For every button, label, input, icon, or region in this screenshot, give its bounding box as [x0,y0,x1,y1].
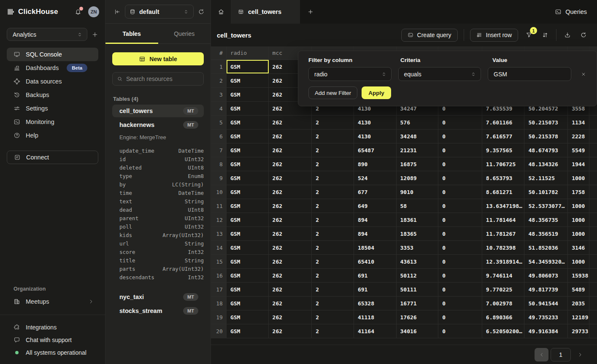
cell[interactable]: 0 [438,116,482,129]
cell[interactable]: GSM [227,324,269,338]
current-page[interactable]: 1 [551,348,571,361]
cell[interactable]: 11.781464 [482,213,525,226]
cell[interactable]: GSM [227,88,269,101]
cell[interactable]: radio [227,46,269,59]
refresh-database-button[interactable] [198,8,205,15]
cell[interactable] [589,116,597,129]
connect-button[interactable]: Connect [7,151,98,164]
cell[interactable]: 18361 [397,213,439,226]
cell[interactable]: GSM [227,297,269,310]
cell[interactable]: 52.5373077… [524,199,568,213]
cell[interactable]: 2 [312,171,354,185]
avatar[interactable]: ZN [88,6,99,17]
cell[interactable]: 2 [312,227,354,240]
cell[interactable]: 1000 [568,227,589,240]
cell[interactable]: GSM [227,241,269,254]
cell[interactable]: 50112 [397,269,439,282]
add-new-filter-button[interactable]: Add new Filter [308,86,357,99]
cell[interactable]: 3146 [568,241,589,254]
filter-criteria-select[interactable]: equals [398,67,481,81]
queries-button[interactable]: Queries [555,8,587,15]
next-page-button[interactable] [573,348,587,361]
cell[interactable]: 2228 [568,129,589,143]
cell[interactable]: GSM [227,171,269,185]
new-tab-button[interactable] [300,0,321,24]
cell[interactable]: 262 [269,143,312,157]
cell[interactable]: 65487 [354,143,397,157]
cell[interactable]: 2 [312,297,354,310]
sort-button[interactable] [540,30,550,40]
cell[interactable]: GSM [227,129,269,143]
filter-value-input[interactable] [488,67,571,81]
cell[interactable]: 1000 [568,255,589,268]
cell[interactable]: 48.134326 [524,157,568,171]
cell[interactable]: 48.356519 [524,227,568,240]
cell[interactable]: 9.746114 [482,269,525,282]
system-status[interactable]: All systems operational [0,346,105,359]
cell[interactable]: GSM [227,157,269,171]
cell[interactable]: GSM [227,143,269,157]
cell[interactable]: 2 [312,269,354,282]
cell[interactable]: 894 [354,213,397,226]
cell[interactable]: 9010 [397,185,439,199]
cell[interactable]: 49.806073 [524,269,568,282]
cell[interactable]: 677 [354,185,397,199]
cell[interactable]: 894 [354,227,397,240]
cell[interactable]: 0 [438,324,482,338]
cell[interactable]: 0 [438,255,482,268]
cell[interactable]: 51.852036 [524,241,568,254]
cell[interactable]: 41164 [354,324,397,338]
cell[interactable]: 2 [312,185,354,199]
refresh-table-button[interactable] [578,30,589,40]
cell[interactable]: 262 [269,157,312,171]
apply-filter-button[interactable]: Apply [362,86,391,99]
cell[interactable]: 0 [438,283,482,296]
cell[interactable]: 0 [438,213,482,226]
cell[interactable]: 6.52050200… [482,324,525,338]
cell[interactable]: 49.916384 [524,324,568,338]
cell[interactable]: 1134 [568,116,589,129]
cell[interactable]: 11.706725 [482,157,525,171]
cell[interactable]: 262 [269,213,312,226]
cell[interactable]: 5489 [568,283,589,296]
cell[interactable]: 2 [312,157,354,171]
cell[interactable]: 2 [312,283,354,296]
search-resources[interactable] [112,72,204,86]
cell[interactable]: 262 [269,199,312,213]
cell[interactable]: 6.890366 [482,310,525,324]
cell[interactable]: 1000 [568,213,589,226]
cell[interactable]: 49.735233 [524,310,568,324]
cell[interactable]: 48.674793 [524,143,568,157]
cell[interactable]: GSM [227,116,269,129]
cell[interactable]: 2 [312,324,354,338]
table-item-stocks-stream[interactable]: stocks_stream MT [112,305,204,317]
cell[interactable]: 29733 [568,324,589,338]
cell[interactable]: GSM [227,310,269,324]
cell[interactable] [589,283,597,296]
cell[interactable]: 16771 [397,297,439,310]
cell[interactable]: 4130 [354,129,397,143]
cell[interactable]: GSM [227,60,269,73]
cell[interactable] [589,241,597,254]
cell[interactable]: GSM [227,227,269,240]
cell[interactable]: 1000 [568,199,589,213]
filter-column-select[interactable]: radio [308,67,392,81]
cell[interactable]: GSM [227,255,269,268]
cell[interactable]: 262 [269,241,312,254]
cell[interactable]: 2 [312,116,354,129]
cell[interactable]: 0 [438,269,482,282]
cell[interactable]: 0 [438,199,482,213]
cell[interactable]: 262 [269,283,312,296]
cell[interactable]: 0 [438,227,482,240]
cell[interactable] [589,255,597,268]
cell[interactable] [589,297,597,310]
cell[interactable]: 0 [438,157,482,171]
cell[interactable]: 262 [269,310,312,324]
cell[interactable]: 7.616577 [482,129,525,143]
cell[interactable]: GSM [227,283,269,296]
filter-button[interactable]: 1 [524,30,534,40]
cell[interactable]: 2035 [568,297,589,310]
cell[interactable]: 1944 [568,157,589,171]
cell[interactable]: 576 [397,116,439,129]
cell[interactable]: GSM [227,199,269,213]
